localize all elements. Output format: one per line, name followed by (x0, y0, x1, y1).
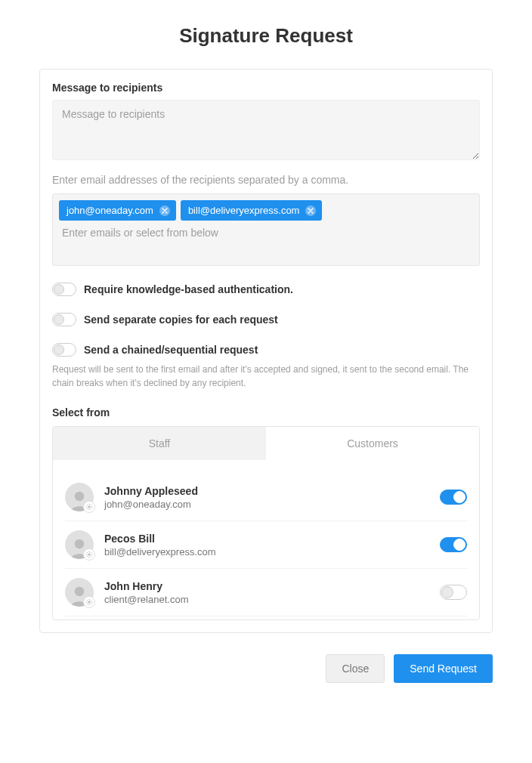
contact-email: client@relanet.com (104, 594, 429, 605)
gear-icon (83, 596, 95, 608)
signature-request-card: Message to recipients Enter email addres… (39, 69, 493, 633)
remove-chip-icon[interactable] (305, 205, 316, 216)
toggle-knob-icon (453, 491, 466, 503)
contact-select-toggle[interactable] (440, 537, 467, 552)
tab-staff[interactable]: Staff (53, 427, 266, 460)
select-from-card: Staff Customers Johnny Appleseed (52, 426, 480, 620)
gear-icon (83, 501, 95, 513)
recipients-input-box[interactable]: john@oneaday.com bill@deliveryexpress.co… (52, 193, 480, 266)
contact-row: Johnny Appleseed john@oneaday.com (65, 474, 467, 521)
chained-help-text: Request will be sent to the first email … (52, 363, 480, 390)
toggle-knob-icon (54, 284, 64, 295)
message-label: Message to recipients (52, 82, 480, 94)
chained-toggle[interactable] (52, 343, 76, 357)
toggle-knob-icon (441, 586, 453, 598)
contact-select-toggle[interactable] (440, 585, 467, 600)
toggle-knob-icon (54, 314, 64, 325)
separate-copies-toggle[interactable] (52, 313, 76, 326)
recipient-chip: bill@deliveryexpress.com (181, 200, 323, 221)
contact-email: john@oneaday.com (104, 499, 429, 510)
contact-email: bill@deliveryexpress.com (104, 546, 429, 558)
contact-select-toggle[interactable] (440, 490, 467, 505)
select-from-label: Select from (52, 406, 480, 419)
avatar (65, 530, 94, 559)
kba-label: Require knowledge-based authentication. (84, 283, 293, 295)
footer-actions: Close Send Request (39, 654, 493, 683)
message-textarea[interactable] (52, 100, 480, 160)
svg-point-0 (75, 492, 85, 502)
toggle-knob-icon (54, 344, 64, 355)
recipient-chip-label: bill@deliveryexpress.com (188, 205, 300, 216)
remove-chip-icon[interactable] (159, 205, 170, 216)
svg-point-2 (75, 539, 85, 549)
svg-point-1 (88, 506, 91, 508)
gear-icon (83, 548, 95, 561)
recipients-help: Enter email addresses of the recipients … (52, 174, 480, 186)
contact-row: Pecos Bill bill@deliveryexpress.com (65, 521, 467, 569)
chained-label: Send a chained/sequential request (84, 344, 258, 356)
contact-list: Johnny Appleseed john@oneaday.com (53, 460, 479, 619)
svg-point-5 (88, 601, 91, 604)
svg-point-3 (88, 554, 91, 556)
close-button[interactable]: Close (326, 654, 385, 683)
avatar (65, 578, 94, 607)
kba-toggle[interactable] (52, 283, 76, 296)
recipient-chip-label: john@oneaday.com (66, 205, 153, 216)
page-title: Signature Request (39, 24, 493, 48)
contact-name: Johnny Appleseed (104, 485, 429, 497)
avatar (65, 483, 94, 511)
contact-name: Pecos Bill (104, 533, 429, 545)
contact-name: John Henry (104, 580, 429, 592)
toggle-knob-icon (453, 539, 466, 551)
tab-customers[interactable]: Customers (266, 427, 479, 460)
recipients-email-input[interactable] (59, 221, 473, 242)
separate-copies-label: Send separate copies for each request (84, 314, 278, 326)
svg-point-4 (75, 587, 85, 597)
recipient-chip: john@oneaday.com (59, 200, 176, 221)
send-request-button[interactable]: Send Request (394, 654, 493, 683)
contact-row: John Henry client@relanet.com (65, 569, 467, 616)
